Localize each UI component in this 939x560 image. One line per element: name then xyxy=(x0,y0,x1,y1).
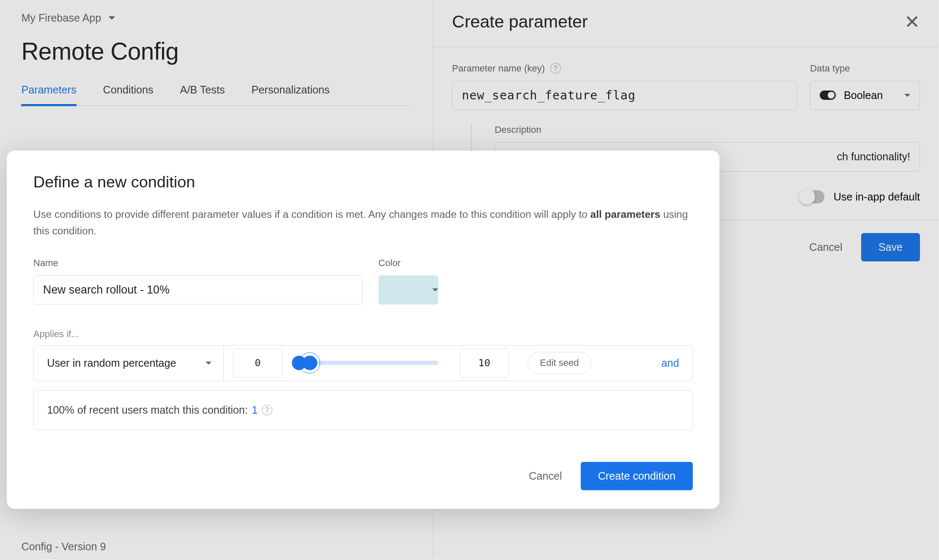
slider-thumb-high[interactable] xyxy=(302,356,317,371)
chevron-down-icon xyxy=(432,288,438,291)
edit-seed-button[interactable]: Edit seed xyxy=(527,352,591,374)
modal-cancel-button[interactable]: Cancel xyxy=(529,470,562,482)
condition-type-select[interactable]: User in random percentage xyxy=(47,346,224,381)
modal-title: Define a new condition xyxy=(33,173,693,191)
condition-row: User in random percentage Edit seed and xyxy=(33,345,693,381)
chevron-down-icon xyxy=(206,362,211,365)
color-picker[interactable] xyxy=(379,275,439,305)
define-condition-modal: Define a new condition Use conditions to… xyxy=(7,151,719,509)
condition-name-input[interactable] xyxy=(33,275,362,305)
percentage-slider[interactable] xyxy=(294,361,438,365)
help-icon[interactable]: ? xyxy=(262,405,272,415)
create-condition-button[interactable]: Create condition xyxy=(581,462,693,490)
applies-if-label: Applies if... xyxy=(33,329,693,340)
range-high-input[interactable] xyxy=(460,349,509,378)
range-low-input[interactable] xyxy=(233,349,283,378)
color-label: Color xyxy=(379,258,439,269)
condition-name-label: Name xyxy=(33,258,362,269)
modal-description: Use conditions to provide different para… xyxy=(33,206,693,239)
add-and-condition[interactable]: and xyxy=(661,357,679,369)
match-count: 1 xyxy=(252,404,258,416)
match-summary: 100% of recent users match this conditio… xyxy=(33,390,693,430)
